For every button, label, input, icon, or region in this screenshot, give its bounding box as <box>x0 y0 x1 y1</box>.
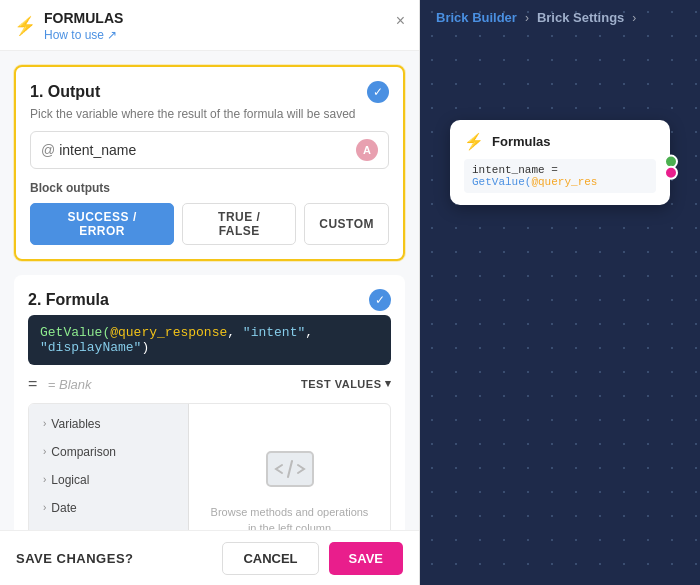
mini-var: intent_name = <box>472 164 558 176</box>
formulas-mini-card: ⚡ Formulas intent_name = GetValue(@query… <box>450 120 670 205</box>
mini-card-code: intent_name = GetValue(@query_res <box>464 159 656 193</box>
cancel-button[interactable]: CANCEL <box>222 542 318 575</box>
paren: , <box>227 325 243 340</box>
browse-text: Browse methods and operations in the lef… <box>209 504 370 530</box>
block-outputs-label: Block outputs <box>30 181 389 195</box>
external-link-icon: ↗ <box>107 28 117 42</box>
variable-name-display: intent_name <box>59 142 356 158</box>
fn-name: GetValue( <box>40 325 110 340</box>
avatar-badge: A <box>356 139 378 161</box>
at-sign-icon: @ <box>41 142 55 158</box>
output-check-icon: ✓ <box>367 81 389 103</box>
mini-lightning-icon: ⚡ <box>464 132 484 151</box>
chevron-down-icon: ▾ <box>385 377 392 390</box>
mini-arg: @query_res <box>531 176 597 188</box>
mini-card-header: ⚡ Formulas <box>464 132 656 151</box>
output-section-card: 1. Output ✓ Pick the variable where the … <box>14 65 405 261</box>
arrow-icon: › <box>43 474 46 485</box>
right-nav: Brick Builder › Brick Settings › <box>420 0 700 35</box>
connection-dot-pink <box>664 165 678 179</box>
test-values-button[interactable]: TEST VALUES ▾ <box>301 377 391 390</box>
formula-section-header: 2. Formula ✓ <box>28 289 391 311</box>
nav-brick-builder[interactable]: Brick Builder <box>436 10 517 25</box>
arrow-icon: › <box>43 502 46 513</box>
save-changes-label: SAVE CHANGES? <box>16 551 134 566</box>
variable-input-wrap[interactable]: @ intent_name A <box>30 131 389 169</box>
category-variables[interactable]: › Variables <box>29 410 188 438</box>
save-button[interactable]: SAVE <box>329 542 403 575</box>
app-title: FORMULAS <box>44 10 123 27</box>
paren2: , <box>305 325 313 340</box>
block-output-buttons: SUCCESS / ERROR TRUE / FALSE CUSTOM <box>30 203 389 245</box>
output-section-header: 1. Output ✓ <box>30 81 389 103</box>
nav-chevron-icon: › <box>525 11 529 25</box>
how-to-use-link[interactable]: How to use ↗ <box>44 28 123 42</box>
blank-label: = Blank <box>48 377 92 392</box>
formula-blank-row: = = Blank TEST VALUES ▾ <box>28 375 391 393</box>
nav-brick-settings[interactable]: Brick Settings <box>537 10 624 25</box>
mini-card-title: Formulas <box>492 134 551 149</box>
category-math[interactable]: › Math <box>29 522 188 530</box>
left-panel: ⚡ FORMULAS How to use ↗ × 1. Output ✓ Pi… <box>0 0 420 585</box>
true-false-button[interactable]: TRUE / FALSE <box>182 203 296 245</box>
panel-content: 1. Output ✓ Pick the variable where the … <box>0 51 419 530</box>
at-arg: @query_response <box>110 325 227 340</box>
panel-header: ⚡ FORMULAS How to use ↗ × <box>0 0 419 51</box>
formula-code-box[interactable]: GetValue(@query_response, "intent", "dis… <box>28 315 391 365</box>
formula-title: 2. Formula <box>28 291 109 309</box>
arrow-icon: › <box>43 418 46 429</box>
close-button[interactable]: × <box>396 12 405 30</box>
bottom-bar: SAVE CHANGES? CANCEL SAVE <box>0 530 419 585</box>
right-panel: Brick Builder › Brick Settings › ⚡ Formu… <box>420 0 700 585</box>
output-title: 1. Output <box>30 83 100 101</box>
str-arg-intent: "intent" <box>243 325 305 340</box>
blank-display: = = Blank <box>28 375 92 393</box>
formula-categories: › Variables › Comparison › Logical › Dat… <box>29 404 189 530</box>
nav-chevron-icon-2: › <box>632 11 636 25</box>
category-date[interactable]: › Date <box>29 494 188 522</box>
header-left: ⚡ FORMULAS How to use ↗ <box>14 10 123 42</box>
formula-browse-pane: Browse methods and operations in the lef… <box>189 404 390 530</box>
mini-fn: GetValue( <box>472 176 531 188</box>
header-title-block: FORMULAS How to use ↗ <box>44 10 123 42</box>
success-error-button[interactable]: SUCCESS / ERROR <box>30 203 174 245</box>
formula-check-icon: ✓ <box>369 289 391 311</box>
str-arg-display: "displayName" <box>40 340 141 355</box>
browse-code-icon <box>266 451 314 496</box>
arrow-icon: › <box>43 446 46 457</box>
category-logical[interactable]: › Logical <box>29 466 188 494</box>
equals-sign: = <box>28 375 37 392</box>
lightning-icon: ⚡ <box>14 17 36 35</box>
bottom-actions: CANCEL SAVE <box>222 542 403 575</box>
output-description: Pick the variable where the result of th… <box>30 107 389 121</box>
category-comparison[interactable]: › Comparison <box>29 438 188 466</box>
close-paren: ) <box>141 340 149 355</box>
formula-section-card: 2. Formula ✓ GetValue(@query_response, "… <box>14 275 405 530</box>
custom-button[interactable]: CUSTOM <box>304 203 389 245</box>
formula-body: › Variables › Comparison › Logical › Dat… <box>28 403 391 530</box>
